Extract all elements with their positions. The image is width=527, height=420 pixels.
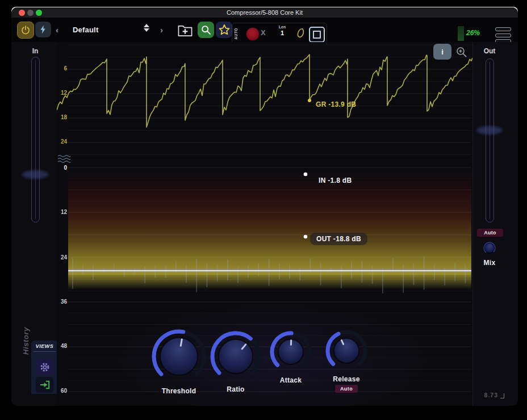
waves-grip-icon	[57, 154, 72, 163]
mix-knob[interactable]: Mix	[481, 240, 498, 267]
axis-tick: 12	[58, 209, 67, 215]
history-tab[interactable]: History	[22, 327, 30, 355]
axis-tick: 36	[58, 299, 67, 305]
axis-tick: 24	[58, 254, 67, 261]
save-preset-button[interactable]	[175, 22, 195, 39]
preset-next-button[interactable]: ›	[160, 26, 163, 34]
divider	[34, 351, 56, 352]
views-label: VIEWS	[31, 343, 58, 349]
axis-tick: 24	[58, 138, 67, 145]
release-knob[interactable]: Release Auto	[324, 329, 369, 393]
divider-grip-handle[interactable]	[57, 154, 72, 166]
len-value: 1	[277, 30, 288, 36]
axis-tick: 6	[58, 65, 67, 72]
pick-button[interactable]	[295, 27, 306, 42]
settings-button[interactable]	[36, 359, 53, 375]
arrow-into-bracket-icon	[39, 380, 51, 390]
bypass-bolt-button[interactable]	[35, 22, 51, 37]
out-slider-handle[interactable]	[476, 126, 503, 135]
preset-name[interactable]: Default	[73, 26, 98, 34]
out-readout: OUT -18.8 dB	[310, 233, 367, 245]
power-button[interactable]	[17, 22, 34, 39]
ratio-knob[interactable]: Ratio	[209, 330, 262, 393]
out-slider[interactable]	[486, 58, 494, 222]
lightning-icon	[38, 24, 48, 35]
waveform-display: 6 12 18 24 0 12 24 36 48 60 i	[57, 42, 472, 406]
axis-tick: 48	[58, 343, 67, 349]
mix-label: Mix	[484, 259, 496, 267]
cpu-percent: 26%	[466, 29, 480, 37]
pick-icon	[295, 27, 306, 40]
gear-icon	[39, 362, 51, 373]
search-button[interactable]	[198, 22, 214, 38]
power-icon	[20, 24, 31, 36]
star-icon	[218, 23, 231, 37]
axis-tick: 60	[58, 388, 67, 394]
clear-x-button[interactable]: X	[261, 28, 266, 37]
in-slider[interactable]	[31, 57, 40, 222]
in-slider-handle[interactable]	[22, 170, 48, 179]
release-auto-badge[interactable]: Auto	[335, 385, 358, 393]
toolbar: ‹ Default › AUTO	[11, 18, 518, 43]
transport-group: AUTO X Len 1	[232, 23, 327, 44]
window-title: Compressor/5-808 Core Kit	[11, 7, 518, 18]
preset-prev-button[interactable]: ‹	[56, 26, 58, 34]
out-auto-badge[interactable]: Auto	[477, 229, 503, 237]
release-label: Release	[333, 375, 359, 383]
attack-knob[interactable]: Attack	[269, 330, 313, 384]
menu-icon	[495, 27, 511, 31]
version-text: 8.73	[484, 392, 504, 398]
auto-label: AUTO	[234, 28, 238, 40]
views-panel: VIEWS	[31, 341, 58, 394]
len-label: Len	[277, 25, 288, 29]
titlebar: Compressor/5-808 Core Kit	[11, 7, 518, 18]
ratio-label: Ratio	[227, 385, 245, 393]
axis-tick: 12	[58, 90, 67, 96]
plugin-window: Compressor/5-808 Core Kit ‹ Default ›	[11, 7, 518, 406]
cpu-meter	[458, 26, 464, 41]
gr-readout: GR -13.9 dB	[316, 100, 356, 108]
frame-button[interactable]	[309, 27, 325, 43]
length-control[interactable]: Len 1	[277, 25, 288, 36]
favorite-button[interactable]	[216, 22, 232, 38]
record-button[interactable]	[246, 27, 260, 41]
inner-square-icon	[313, 31, 321, 39]
in-label: In	[24, 47, 47, 55]
out-label: Out	[478, 47, 501, 55]
export-button[interactable]	[36, 377, 53, 393]
axis-tick: 18	[58, 114, 67, 120]
threshold-knob[interactable]: Threshold	[150, 328, 207, 395]
threshold-label: Threshold	[162, 387, 196, 395]
right-panel	[472, 42, 518, 406]
folder-add-icon	[177, 23, 194, 37]
cursor-mark-icon	[500, 393, 504, 398]
info-button[interactable]: i	[433, 44, 451, 60]
search-icon	[200, 24, 212, 36]
magnifier-plus-icon	[455, 46, 468, 58]
attack-label: Attack	[280, 376, 302, 384]
in-readout: IN -1.8 dB	[319, 177, 352, 184]
preset-updown-icon[interactable]	[144, 24, 149, 32]
zoom-in-button[interactable]	[455, 46, 468, 61]
